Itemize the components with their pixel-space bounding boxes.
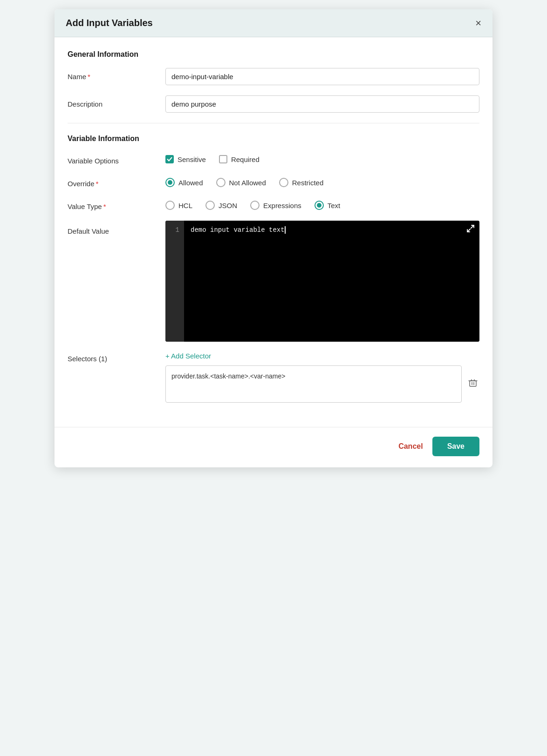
section-divider [68, 123, 479, 123]
variable-info-title: Variable Information [68, 135, 479, 143]
close-button[interactable]: × [475, 18, 481, 28]
required-checkbox[interactable] [219, 155, 227, 163]
override-allowed[interactable]: Allowed [165, 178, 203, 187]
override-radio-group: Allowed Not Allowed Restricted [165, 175, 323, 187]
selectors-row: Selectors (1) + Add Selector provider.ta… [68, 352, 479, 403]
selectors-label: Selectors (1) [68, 352, 165, 363]
required-checkbox-item[interactable]: Required [219, 155, 260, 163]
override-row: Override* Allowed Not Allowed Restricted [68, 175, 479, 188]
line-numbers: 1 [165, 221, 184, 342]
override-allowed-radio[interactable] [165, 178, 175, 187]
value-type-json-label: JSON [219, 202, 237, 209]
code-content[interactable]: demo input variable text [184, 221, 479, 342]
required-label: Required [231, 155, 260, 163]
override-allowed-label: Allowed [178, 179, 203, 187]
expand-button[interactable] [466, 224, 475, 235]
cancel-button[interactable]: Cancel [398, 442, 423, 451]
modal-title: Add Input Variables [66, 18, 153, 28]
svg-rect-2 [470, 381, 476, 386]
value-type-text-label: Text [328, 202, 341, 209]
selector-input[interactable]: provider.task.<task-name>.<var-name> [165, 365, 462, 403]
variable-options-label: Variable Options [68, 152, 165, 165]
value-type-expressions-label: Expressions [263, 202, 301, 209]
description-input[interactable] [165, 95, 479, 113]
default-value-label: Default Value [68, 221, 165, 235]
value-type-hcl-radio[interactable] [165, 201, 175, 210]
modal-body: General Information Name* Description Va… [55, 37, 492, 422]
add-selector-button[interactable]: + Add Selector [165, 352, 479, 360]
sensitive-checkbox-item[interactable]: Sensitive [165, 155, 206, 163]
save-button[interactable]: Save [432, 437, 479, 456]
value-type-hcl[interactable]: HCL [165, 201, 192, 210]
general-info-title: General Information [68, 50, 479, 59]
default-value-row: Default Value 1 demo input variable text [68, 221, 479, 342]
delete-selector-button[interactable] [466, 377, 479, 392]
value-type-json[interactable]: JSON [205, 201, 237, 210]
name-input[interactable] [165, 68, 479, 85]
value-type-expressions[interactable]: Expressions [250, 201, 301, 210]
value-type-row: Value Type* HCL JSON Expressions Text [68, 198, 479, 210]
override-not-allowed-label: Not Allowed [229, 179, 266, 187]
selectors-content: + Add Selector provider.task.<task-name>… [165, 352, 479, 403]
modal-footer: Cancel Save [55, 427, 492, 467]
override-not-allowed-radio[interactable] [216, 178, 226, 187]
description-row: Description [68, 95, 479, 113]
value-type-text-radio[interactable] [315, 201, 324, 210]
code-editor[interactable]: 1 demo input variable text [165, 221, 479, 342]
sensitive-label: Sensitive [178, 155, 206, 163]
name-row: Name* [68, 68, 479, 85]
add-input-variables-modal: Add Input Variables × General Informatio… [55, 9, 492, 467]
selector-item: provider.task.<task-name>.<var-name> [165, 365, 479, 403]
description-label: Description [68, 95, 165, 108]
variable-options-group: Sensitive Required [165, 152, 260, 163]
name-label: Name* [68, 68, 165, 81]
override-not-allowed[interactable]: Not Allowed [216, 178, 266, 187]
modal-header: Add Input Variables × [55, 9, 492, 37]
sensitive-checkbox[interactable] [165, 155, 174, 163]
override-restricted[interactable]: Restricted [279, 178, 324, 187]
override-restricted-radio[interactable] [279, 178, 288, 187]
value-type-text[interactable]: Text [315, 201, 341, 210]
value-type-expressions-radio[interactable] [250, 201, 260, 210]
value-type-label: Value Type* [68, 198, 165, 210]
value-type-json-radio[interactable] [205, 201, 215, 210]
value-type-hcl-label: HCL [178, 202, 192, 209]
override-restricted-label: Restricted [292, 179, 324, 187]
value-type-radio-group: HCL JSON Expressions Text [165, 198, 340, 210]
override-label: Override* [68, 175, 165, 188]
variable-options-row: Variable Options Sensitive Required [68, 152, 479, 165]
